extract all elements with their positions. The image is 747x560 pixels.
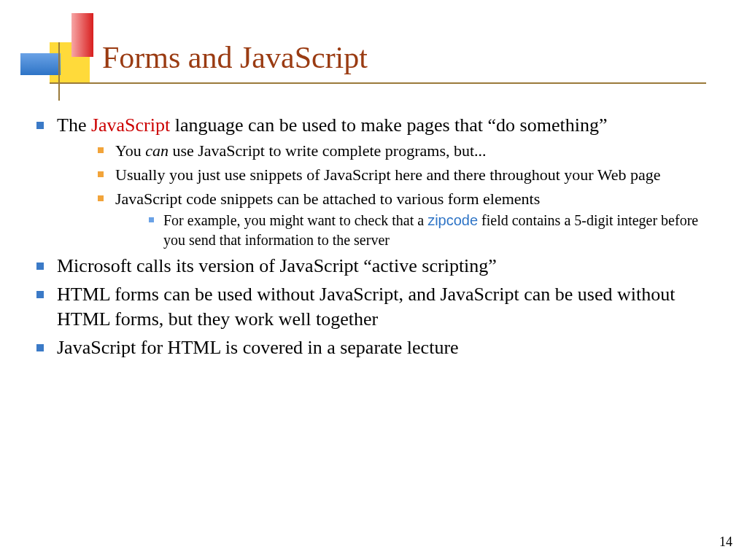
- vertical-rule-icon: [58, 42, 60, 101]
- bullet-level1: The JavaScript language can be used to m…: [36, 113, 718, 249]
- bullet-level2: JavaScript code snippets can be attached…: [98, 188, 718, 249]
- bullet-level1: Microsoft calls its version of JavaScrip…: [36, 254, 718, 278]
- bullet-level2: Usually you just use snippets of JavaScr…: [98, 164, 718, 185]
- bullet-level1: JavaScript for HTML is covered in a sepa…: [36, 335, 718, 359]
- blue-block-icon: [20, 53, 61, 75]
- red-block-icon: [71, 13, 93, 57]
- slide-body: The JavaScript language can be used to m…: [36, 113, 718, 364]
- text-fragment: use JavaScript to write complete program…: [169, 141, 487, 160]
- slide-title: Forms and JavaScript: [102, 40, 368, 75]
- corner-decoration: [20, 13, 108, 93]
- bullet-level2: You can use JavaScript to write complete…: [98, 140, 718, 161]
- text-code: zipcode: [427, 212, 478, 228]
- text-fragment: For example, you might want to check tha…: [163, 212, 427, 228]
- text-fragment: The: [57, 114, 91, 136]
- bullet-level3: For example, you might want to check tha…: [149, 211, 718, 249]
- bullet-level1: HTML forms can be used without JavaScrip…: [36, 282, 718, 331]
- text-fragment: JavaScript code snippets can be attached…: [115, 190, 540, 208]
- text-fragment: You: [115, 141, 145, 160]
- slide: Forms and JavaScript The JavaScript lang…: [0, 0, 747, 560]
- horizontal-rule-icon: [50, 82, 706, 84]
- text-fragment: language can be used to make pages that …: [170, 114, 607, 136]
- text-emphasis-italic: can: [145, 141, 169, 160]
- page-number: 14: [719, 534, 732, 550]
- text-emphasis-red: JavaScript: [91, 114, 170, 136]
